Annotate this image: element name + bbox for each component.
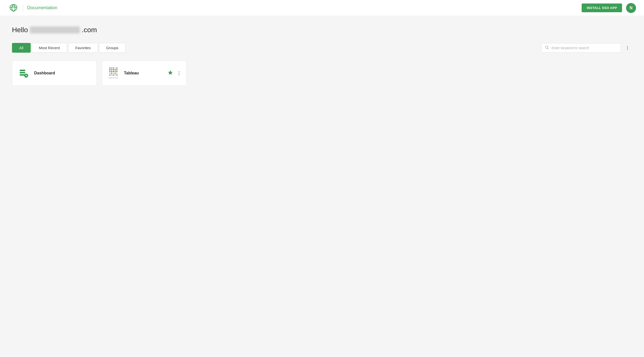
- svg-point-10: [179, 73, 180, 74]
- tableau-app-name: Tableau: [124, 71, 139, 75]
- svg-point-3: [627, 48, 628, 48]
- tableau-more-options-button[interactable]: [176, 70, 182, 76]
- main-content: Hello .com All Most Recent Favorites Gro…: [0, 16, 644, 96]
- search-input[interactable]: [552, 46, 617, 50]
- greeting-username-blur: [30, 27, 80, 34]
- greeting-suffix: .com: [82, 26, 97, 34]
- install-sso-button[interactable]: INSTALL SSO APP: [582, 4, 622, 12]
- tab-all[interactable]: All: [12, 43, 31, 53]
- svg-point-2: [627, 46, 628, 47]
- tab-favorites[interactable]: Favorites: [68, 43, 98, 53]
- search-icon: [545, 46, 549, 51]
- more-options-button[interactable]: [623, 44, 632, 52]
- tab-groups[interactable]: Groups: [99, 43, 126, 53]
- filter-row: All Most Recent Favorites Groups: [12, 43, 632, 53]
- tab-most-recent[interactable]: Most Recent: [32, 43, 67, 53]
- dashboard-app-name: Dashboard: [34, 71, 55, 75]
- app-card-tableau[interactable]: tableau Tableau: [102, 61, 186, 86]
- header-title: Documentation: [27, 5, 57, 11]
- svg-rect-6: [20, 72, 25, 73]
- header: Documentation INSTALL SSO APP N: [0, 0, 644, 16]
- user-avatar[interactable]: N: [626, 3, 636, 13]
- header-divider: [23, 5, 23, 12]
- svg-rect-5: [20, 70, 25, 71]
- dashboard-app-icon: [17, 67, 30, 80]
- svg-point-9: [179, 71, 180, 72]
- header-right: INSTALL SSO APP N: [582, 3, 636, 13]
- logo-icon[interactable]: [8, 3, 19, 14]
- app-card-dashboard[interactable]: Dashboard: [12, 61, 97, 86]
- tableau-favorite-button[interactable]: [167, 69, 174, 77]
- tableau-card-actions: [167, 69, 182, 77]
- svg-point-11: [179, 74, 180, 75]
- filter-tabs: All Most Recent Favorites Groups: [12, 43, 126, 53]
- svg-point-8: [24, 74, 28, 78]
- search-box: [541, 43, 621, 53]
- svg-point-4: [627, 49, 628, 50]
- header-left: Documentation: [8, 3, 57, 14]
- greeting-prefix: Hello: [12, 26, 28, 34]
- greeting: Hello .com: [12, 26, 632, 34]
- search-area: [541, 43, 632, 53]
- apps-grid: Dashboard: [12, 61, 632, 86]
- tableau-app-icon: tableau: [107, 67, 120, 80]
